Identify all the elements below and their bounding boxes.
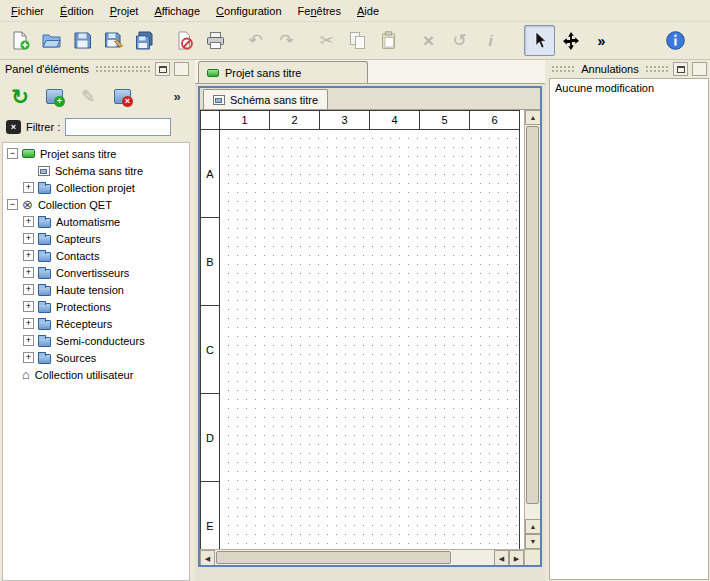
plus-badge-icon: +	[54, 96, 65, 107]
vertical-scroll-thumb[interactable]	[526, 126, 539, 504]
collapse-expander-icon[interactable]: −	[7, 199, 18, 210]
new-element-button[interactable]: +	[39, 81, 69, 111]
scroll-left-button[interactable]: ◀	[200, 550, 215, 566]
close-panel-button[interactable]	[692, 62, 707, 76]
column-header: 5	[420, 110, 470, 130]
about-info-icon	[665, 30, 686, 51]
scroll-right-button[interactable]: ▶	[509, 550, 524, 566]
delete-element-button[interactable]: ×	[107, 81, 137, 111]
tree-item-capteurs[interactable]: + Capteurs	[3, 230, 189, 247]
redo-icon: ↷	[279, 32, 293, 49]
tab-schema-sans-titre[interactable]: Schéma sans titre	[203, 89, 328, 109]
paste-button[interactable]	[373, 25, 404, 56]
close-file-button[interactable]	[169, 25, 200, 56]
save-all-button[interactable]	[129, 25, 160, 56]
scroll-down-button[interactable]: ▼	[525, 534, 540, 549]
select-tool-button[interactable]	[524, 25, 555, 56]
expand-expander-icon[interactable]: +	[23, 284, 34, 295]
info-icon: i	[488, 33, 492, 48]
close-panel-button[interactable]	[174, 62, 189, 76]
cut-button[interactable]: ✂	[311, 25, 342, 56]
delete-button[interactable]: ×	[413, 25, 444, 56]
rotate-button[interactable]: ↺	[444, 25, 475, 56]
tree-item-protections[interactable]: + Protections	[3, 298, 189, 315]
menu-fenetres[interactable]: Fenêtres	[290, 0, 349, 21]
collapse-expander-icon[interactable]: −	[7, 148, 18, 159]
undo-button[interactable]: ↶	[240, 25, 271, 56]
undo-panel-header[interactable]: Annulations	[548, 60, 710, 78]
expand-expander-icon[interactable]: +	[23, 233, 34, 244]
dock-drag-handle[interactable]	[95, 65, 151, 73]
scroll-up-button[interactable]: ▲	[525, 110, 540, 125]
undo-list-item[interactable]: Aucune modification	[550, 79, 708, 97]
expand-expander-icon[interactable]: +	[23, 250, 34, 261]
tree-item-schema[interactable]: Schéma sans titre	[3, 162, 189, 179]
expand-expander-icon[interactable]: +	[23, 352, 34, 363]
menu-affichage[interactable]: Affichage	[146, 0, 208, 21]
save-button[interactable]	[67, 25, 98, 56]
tree-item-project[interactable]: − Projet sans titre	[3, 145, 189, 162]
toolbar-overflow-button[interactable]: »	[586, 25, 617, 56]
menu-aide[interactable]: Aide	[349, 0, 387, 21]
expand-expander-icon[interactable]: +	[23, 301, 34, 312]
elements-toolbar-overflow[interactable]: »	[167, 81, 187, 111]
horizontal-scroll-thumb[interactable]	[216, 551, 451, 564]
undo-panel-dock: Annulations Aucune modification	[548, 60, 710, 581]
vertical-scrollbar[interactable]: ▲ ▲ ▼	[524, 110, 540, 549]
grid-corner	[200, 110, 220, 130]
tree-item-collection-utilisateur[interactable]: ⌂ Collection utilisateur	[3, 366, 189, 383]
expand-expander-icon[interactable]: +	[23, 335, 34, 346]
dock-drag-handle[interactable]	[551, 65, 575, 73]
arrow-left-icon: ◀	[205, 555, 210, 562]
copy-button[interactable]	[342, 25, 373, 56]
filter-input[interactable]	[65, 118, 171, 136]
clear-filter-icon[interactable]: ×	[6, 120, 21, 134]
elements-panel-header[interactable]: Panel d'éléments	[0, 60, 192, 78]
menu-projet[interactable]: Projet	[102, 0, 147, 21]
diagram-canvas[interactable]: 1 2 3 4 5 6 A B	[200, 110, 524, 549]
tree-item-convertisseurs[interactable]: + Convertisseurs	[3, 264, 189, 281]
vertical-scroll-track[interactable]	[525, 505, 540, 519]
conductor-info-button[interactable]: i	[475, 25, 506, 56]
tree-item-semi-conducteurs[interactable]: + Semi-conducteurs	[3, 332, 189, 349]
tree-item-collection-qet[interactable]: − ⊗ Collection QET	[3, 196, 189, 213]
scroll-up-button[interactable]: ▲	[525, 519, 540, 534]
menu-configuration[interactable]: Configuration	[208, 0, 289, 21]
print-button[interactable]	[200, 25, 231, 56]
tree-item-automatisme[interactable]: + Automatisme	[3, 213, 189, 230]
tree-item-contacts[interactable]: + Contacts	[3, 247, 189, 264]
menu-edition[interactable]: Édition	[52, 0, 102, 21]
scroll-left-button[interactable]: ◀	[494, 550, 509, 566]
tree-item-sources[interactable]: + Sources	[3, 349, 189, 366]
column-header: 2	[270, 110, 320, 130]
column-headers: 1 2 3 4 5 6	[200, 110, 520, 130]
schema-icon	[213, 95, 225, 105]
expand-expander-icon[interactable]: +	[23, 318, 34, 329]
edit-element-button[interactable]: ✎	[73, 81, 103, 111]
about-qet-button[interactable]	[660, 25, 691, 56]
schema-icon	[38, 166, 50, 176]
pencil-icon: ✎	[81, 88, 95, 105]
dock-drag-handle[interactable]	[645, 65, 669, 73]
menu-fichier[interactable]: Fichier	[3, 0, 52, 21]
horizontal-scroll-track[interactable]	[452, 550, 494, 565]
tab-projet-sans-titre[interactable]: Projet sans titre	[198, 61, 368, 83]
expand-expander-icon[interactable]: +	[23, 216, 34, 227]
float-panel-button[interactable]	[155, 62, 170, 76]
tree-item-recepteurs[interactable]: + Récepteurs	[3, 315, 189, 332]
grid-dots[interactable]	[220, 130, 520, 549]
reload-collections-button[interactable]: ↻	[5, 81, 35, 111]
horizontal-scrollbar[interactable]: ◀ ◀ ▶	[200, 550, 524, 565]
folder-icon	[38, 286, 51, 296]
tree-item-haute-tension[interactable]: + Haute tension	[3, 281, 189, 298]
tree-item-collection-projet[interactable]: + Collection projet	[3, 179, 189, 196]
expand-expander-icon[interactable]: +	[23, 182, 34, 193]
save-as-button[interactable]	[98, 25, 129, 56]
new-project-button[interactable]	[5, 25, 36, 56]
redo-button[interactable]: ↷	[271, 25, 302, 56]
expand-expander-icon[interactable]: +	[23, 267, 34, 278]
float-panel-button[interactable]	[673, 62, 688, 76]
open-project-button[interactable]	[36, 25, 67, 56]
move-arrows-icon	[561, 31, 581, 51]
pan-tool-button[interactable]	[555, 25, 586, 56]
